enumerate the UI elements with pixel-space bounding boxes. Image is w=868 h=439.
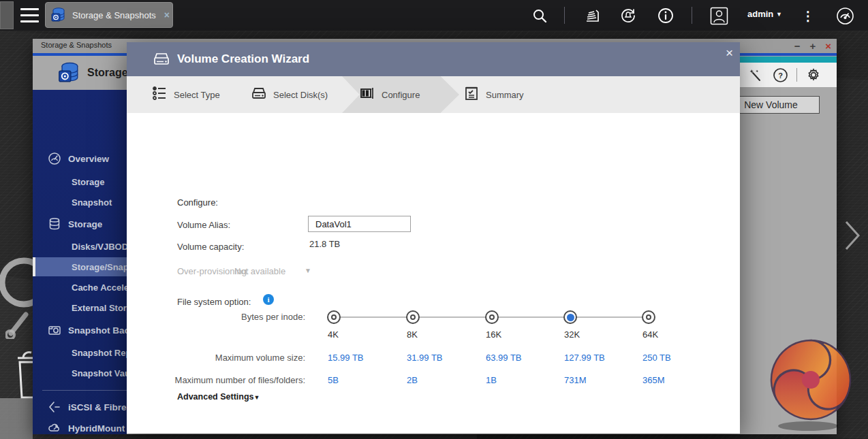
sidebar-item-external-storage[interactable]: External Storage [33, 298, 127, 317]
taskbar-divider [692, 7, 692, 24]
help-icon[interactable]: ? [772, 67, 788, 83]
more-options-icon[interactable]: ⋮ [799, 6, 818, 25]
window-toolbar: ? [734, 63, 837, 87]
toolbar-divider [796, 68, 797, 82]
inode-size-label: 8K [407, 329, 418, 340]
info-icon[interactable]: i [263, 294, 274, 305]
panel-teal-accent [734, 56, 837, 63]
storage-snapshots-app-icon [57, 60, 80, 86]
info-icon[interactable] [656, 6, 675, 25]
sync-notification-icon[interactable] [619, 6, 638, 25]
sidebar-item-snapshot-vault[interactable]: Snapshot Vault [33, 363, 127, 383]
radio-selected-dot [567, 314, 574, 321]
inode-max-files-value: 2B [407, 375, 418, 385]
dialog-header: Volume Creation Wizard × [127, 42, 740, 76]
max-files-label: Maximum number of files/folders: [149, 375, 305, 385]
inode-size-label: 32K [564, 329, 580, 340]
sidebar-item-hybridmount[interactable]: HybridMount [33, 419, 127, 434]
wizard-step-select-disk-s-[interactable]: Select Disk(s) [251, 76, 328, 113]
advanced-settings-toggle[interactable]: Advanced Settings▼ [177, 392, 260, 402]
storage-snapshots-icon [50, 6, 67, 24]
inode-max-files-value: 1B [486, 375, 497, 385]
search-icon[interactable] [530, 6, 549, 25]
inode-max-volume-value: 127.99 TB [564, 353, 605, 363]
inode-radio-8k[interactable] [406, 310, 420, 324]
magic-wand-icon[interactable] [747, 67, 764, 83]
background-tasks-icon[interactable] [583, 6, 602, 25]
taskbar: Storage & Snapshots × [0, 0, 868, 31]
inode-radio-32k[interactable] [563, 310, 577, 324]
sidebar-item-overview[interactable]: Overview [33, 149, 127, 168]
resource-monitor-icon[interactable] [835, 6, 854, 25]
over-provisioning-caret-icon[interactable]: ▼ [305, 267, 311, 274]
inode-radio-16k[interactable] [485, 310, 499, 324]
wizard-steps-bar: Select TypeSelect Disk(s)ConfigureSummar… [127, 76, 740, 113]
main-menu-button[interactable] [20, 8, 39, 22]
camera-icon [47, 323, 62, 338]
bytes-per-inode-label: Bytes per inode: [169, 312, 305, 322]
wizard-step-select-type[interactable]: Select Type [151, 76, 220, 113]
sidebar-item-storage-snapshots[interactable]: Storage/Snapshots [33, 257, 127, 276]
sidebar-item-storage[interactable]: Storage [33, 172, 127, 191]
volume-alias-input[interactable] [308, 216, 411, 232]
tab-close-icon[interactable]: × [164, 10, 170, 20]
iscsi-icon [47, 400, 62, 414]
wizard-step-summary[interactable]: Summary [463, 76, 524, 113]
admin-label: admin [747, 9, 773, 19]
taskbar-tab-storage-snapshots[interactable]: Storage & Snapshots × [45, 2, 173, 28]
dialog-close-icon[interactable]: × [726, 46, 733, 60]
sidebar-item-disks-vjbod[interactable]: Disks/VJBOD [33, 237, 127, 256]
max-volume-size-label: Maximum volume size: [169, 353, 305, 363]
window-close-button[interactable]: × [825, 39, 831, 53]
inode-radio-64k[interactable] [642, 310, 655, 324]
radio-dot [410, 314, 416, 320]
sidebar-item-label: Snapshot [72, 197, 112, 208]
sidebar-item-cache-acceleration[interactable]: Cache Acceleration [33, 278, 127, 297]
inode-max-files-value: 5B [328, 375, 339, 385]
summary-icon [463, 85, 480, 104]
sidebar-item-storage[interactable]: Storage [33, 214, 127, 233]
sidebar-item-snapshot-replica[interactable]: Snapshot Replica [33, 343, 127, 362]
gauge-icon [47, 151, 62, 166]
wizard-step-label: Select Disk(s) [273, 90, 328, 100]
sidebar-item-label: Storage [72, 177, 104, 187]
minimize-button[interactable]: − [794, 39, 801, 53]
radio-dot [646, 314, 651, 320]
inode-max-files-value: 731M [564, 375, 587, 385]
database-icon [47, 216, 62, 231]
file-system-option-label: File system option: [177, 297, 251, 307]
sidebar-item-label: Overview [68, 154, 109, 164]
wizard-step-label: Summary [486, 90, 524, 100]
volume-capacity-value: 21.8 TB [309, 239, 340, 249]
over-provisioning-value[interactable]: Not available [234, 266, 285, 276]
sidebar-item-label: Storage/Snapshots [72, 262, 127, 272]
inode-size-label: 64K [642, 329, 658, 340]
sidebar-item-snapshot-backup[interactable]: Snapshot Backup [33, 321, 127, 340]
taskbar-left-widget [0, 1, 14, 29]
sidebar-item-label: iSCSI & Fibre Channel [68, 402, 127, 412]
taskbar-tab-label: Storage & Snapshots [72, 10, 156, 20]
sidebar-item-snapshot[interactable]: Snapshot [33, 193, 127, 212]
maximize-button[interactable]: + [809, 39, 816, 53]
panel-expand-chevron-icon[interactable] [842, 219, 861, 252]
gear-icon[interactable] [805, 67, 822, 83]
inode-size-label: 4K [328, 329, 339, 340]
admin-menu[interactable]: admin ▼ [747, 9, 782, 19]
inode-size-label: 16K [486, 329, 501, 340]
sidebar-item-label: External Storage [72, 303, 127, 313]
inode-max-files-value: 365M [642, 375, 665, 385]
inode-max-volume-value: 250 TB [642, 353, 671, 363]
wizard-step-label: Select Type [174, 90, 220, 100]
inode-radio-4k[interactable] [327, 310, 341, 324]
radio-dot [489, 314, 495, 320]
wizard-step-configure[interactable]: Configure [359, 76, 420, 113]
volume-capacity-label: Volume capacity: [177, 242, 244, 252]
volume-icon [359, 85, 375, 104]
window-tab-label[interactable]: Storage & Snapshots [41, 41, 112, 49]
sidebar-item-iscsi-fibre-channel[interactable]: iSCSI & Fibre Channel [33, 397, 127, 417]
inode-max-volume-value: 63.99 TB [486, 353, 522, 363]
radio-dot [331, 314, 337, 320]
user-avatar-icon[interactable] [709, 6, 728, 25]
wallpaper-wrench-icon [5, 305, 36, 339]
chevron-down-icon: ▼ [254, 394, 260, 401]
